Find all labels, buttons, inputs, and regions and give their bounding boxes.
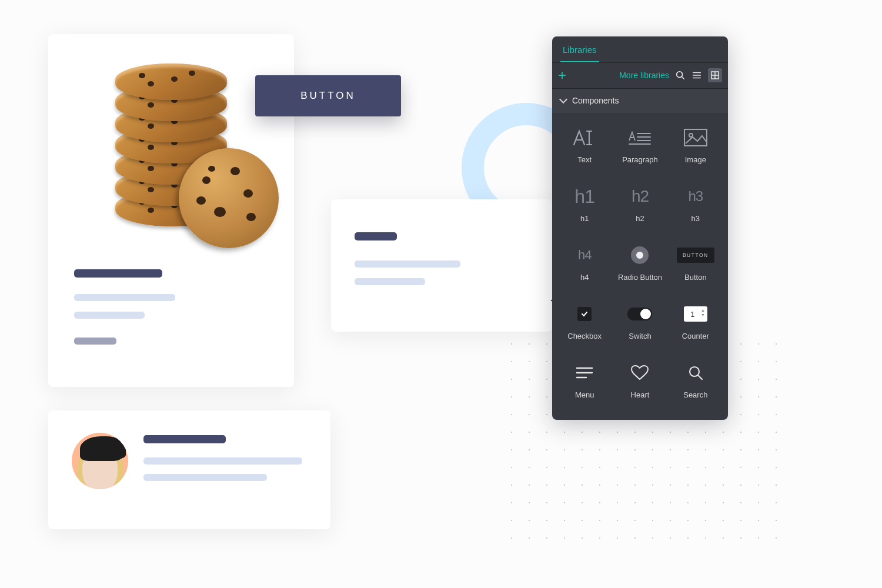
placeholder-meta (74, 338, 116, 345)
component-label: h3 (691, 214, 700, 223)
component-search[interactable]: Search (668, 360, 723, 415)
switch-icon (627, 302, 652, 326)
placeholder-line (143, 474, 267, 481)
placeholder-line (74, 312, 145, 319)
libraries-panel: Libraries + More libraries Components (552, 36, 728, 420)
component-heart[interactable]: Heart (612, 360, 667, 415)
panel-tabbar: Libraries (552, 36, 728, 63)
placeholder-line (74, 294, 175, 301)
component-h1[interactable]: h1 h1 (557, 183, 612, 239)
component-label: Heart (631, 390, 650, 399)
component-label: Paragraph (622, 155, 658, 164)
paragraph-icon (628, 126, 652, 149)
component-h2[interactable]: h2 h2 (612, 183, 667, 239)
image-icon (683, 126, 708, 149)
component-h3[interactable]: h3 h3 (668, 183, 723, 239)
checkbox-icon (577, 302, 592, 326)
panel-toolbar: + More libraries (552, 63, 728, 88)
component-label: Radio Button (618, 273, 662, 282)
placeholder-line (143, 457, 302, 465)
component-label: Button (684, 273, 707, 282)
component-h4[interactable]: h4 h4 (557, 242, 612, 298)
component-image[interactable]: Image (668, 125, 723, 180)
grid-view-icon[interactable] (708, 68, 722, 82)
component-label: h2 (636, 214, 644, 223)
chevron-down-icon (559, 95, 567, 103)
tab-libraries[interactable]: Libraries (560, 45, 599, 62)
component-text[interactable]: Text (557, 125, 612, 180)
radio-icon (631, 243, 649, 267)
component-label: h1 (580, 214, 589, 223)
placeholder-name (143, 435, 226, 443)
counter-icon: 1▲▼ (684, 302, 707, 326)
h4-icon: h4 (578, 243, 591, 267)
more-libraries-link[interactable]: More libraries (619, 71, 669, 80)
component-counter[interactable]: 1▲▼ Counter (668, 301, 723, 356)
component-button[interactable]: BUTTON Button (668, 242, 723, 298)
search-icon (687, 361, 704, 385)
placeholder-title (74, 269, 162, 278)
sample-button-label: BUTTON (300, 90, 356, 102)
list-view-icon[interactable] (691, 70, 702, 81)
placeholder-title (355, 232, 397, 240)
svg-point-0 (677, 72, 683, 78)
sample-button-widget[interactable]: BUTTON (255, 75, 401, 116)
component-menu[interactable]: Menu (557, 360, 612, 415)
component-checkbox[interactable]: Checkbox (557, 301, 612, 356)
placeholder-line (355, 278, 425, 285)
component-paragraph[interactable]: Paragraph (612, 125, 667, 180)
avatar (72, 433, 128, 489)
search-icon[interactable] (675, 70, 686, 81)
component-label: Text (577, 155, 592, 164)
menu-icon (576, 361, 593, 385)
component-label: h4 (580, 273, 589, 282)
heart-icon (631, 361, 649, 385)
component-label: Switch (629, 332, 651, 340)
add-icon[interactable]: + (558, 68, 566, 82)
section-label: Components (572, 96, 619, 105)
h3-icon: h3 (688, 185, 703, 208)
component-label: Image (685, 155, 706, 164)
text-icon (572, 126, 597, 149)
components-section-header[interactable]: Components (552, 89, 728, 113)
component-switch[interactable]: Switch (612, 301, 667, 356)
components-grid: Text Paragraph Image h1 (552, 113, 728, 420)
component-label: Counter (682, 332, 709, 340)
link-card[interactable] (331, 199, 553, 332)
profile-card (48, 410, 330, 529)
component-radio-button[interactable]: Radio Button (612, 242, 667, 298)
component-label: Menu (575, 390, 594, 399)
placeholder-line (355, 260, 460, 268)
component-label: Search (683, 390, 707, 399)
h1-icon: h1 (574, 185, 594, 208)
cookie-image (80, 52, 262, 252)
button-icon: BUTTON (677, 243, 714, 267)
h2-icon: h2 (632, 185, 649, 208)
svg-point-2 (689, 133, 693, 137)
component-label: Checkbox (567, 332, 602, 340)
